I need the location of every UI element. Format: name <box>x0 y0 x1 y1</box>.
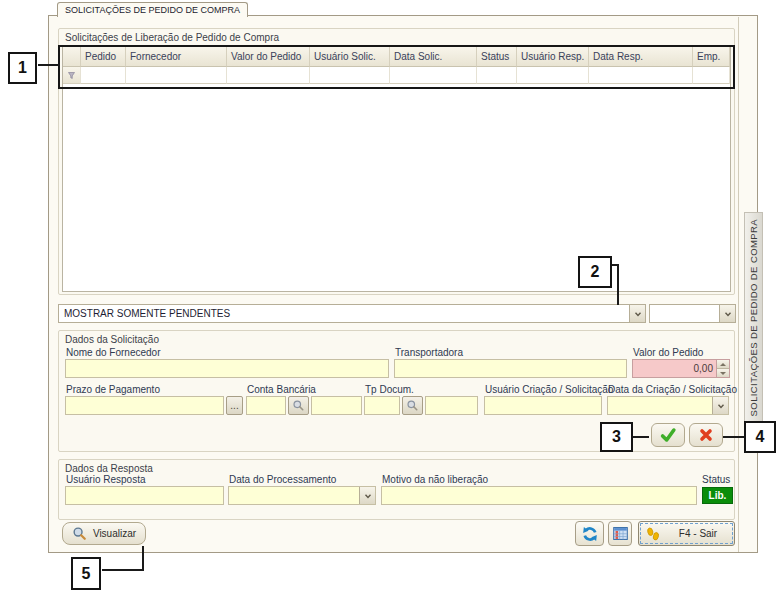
visualize-label: Visualizar <box>93 528 136 539</box>
grid-col-status[interactable]: Status <box>477 47 517 67</box>
creation-date-combobox[interactable] <box>607 396 729 415</box>
order-value-label: Valor do Pedido <box>633 347 703 358</box>
grid-col-fornecedor[interactable]: Fornecedor <box>126 47 227 67</box>
pending-filter-dropdown-button[interactable] <box>629 305 645 322</box>
doc-type-name-input[interactable] <box>425 396 478 415</box>
funnel-icon <box>67 71 76 80</box>
chevron-down-icon <box>716 401 726 411</box>
supplier-input[interactable] <box>65 359 389 378</box>
grid-filter-gutter[interactable] <box>63 67 81 84</box>
payment-term-label: Prazo de Pagamento <box>66 384 160 395</box>
grid-col-emp[interactable]: Emp. <box>693 47 730 67</box>
rejection-reason-label: Motivo da não liberação <box>382 474 488 485</box>
grid-filter-row <box>63 67 730 84</box>
supplier-label: Nome do Fornecedor <box>66 347 161 358</box>
status-badge: Lib. <box>702 487 733 504</box>
visualize-button[interactable]: Visualizar <box>62 522 146 545</box>
creation-user-label: Usuário Criação / Solicitação <box>485 384 613 395</box>
chevron-down-icon <box>723 309 733 319</box>
payment-term-lookup-button[interactable]: ... <box>226 396 243 415</box>
filter-cell-pedido[interactable] <box>81 67 126 84</box>
tab-solicitacoes-pedido-compra[interactable]: SOLICITAÇÕES DE PEDIDO DE COMPRA <box>57 2 248 17</box>
rejection-reason-input[interactable] <box>381 486 697 505</box>
request-groupbox: Dados da Solicitação Nome do Fornecedor … <box>58 330 735 452</box>
grid-icon <box>612 525 629 542</box>
bank-account-search-button[interactable] <box>288 396 309 415</box>
grid-groupbox: Solicitações de Liberação de Pedido de C… <box>58 28 735 295</box>
arrow-down-icon <box>720 372 726 375</box>
filter-cell-emp[interactable] <box>693 67 730 84</box>
check-icon <box>659 426 677 444</box>
doc-type-code-input[interactable] <box>364 396 400 415</box>
approve-button[interactable] <box>651 423 685 447</box>
grid-col-pedido[interactable]: Pedido <box>81 47 126 67</box>
processing-date-combobox[interactable] <box>228 486 376 505</box>
magnifier-icon <box>72 526 87 541</box>
magnifier-icon <box>292 399 305 412</box>
side-tab-solicitacoes-pedido-compra[interactable]: SOLICITAÇÕES DE PEDIDO DE COMPRA <box>744 212 763 424</box>
order-value-spinner <box>716 360 729 377</box>
callout-1: 1 <box>8 52 37 84</box>
grid-view-button[interactable] <box>608 521 632 546</box>
processing-date-dropdown-button[interactable] <box>359 487 375 504</box>
filter-cell-fornecedor[interactable] <box>126 67 227 84</box>
bank-account-code-input[interactable] <box>246 396 286 415</box>
refresh-button[interactable] <box>575 521 604 546</box>
filter-cell-valor[interactable] <box>227 67 310 84</box>
order-value-input[interactable]: 0,00 <box>632 359 730 378</box>
callout-2: 2 <box>578 256 612 288</box>
filter-cell-usuario-solic[interactable] <box>310 67 390 84</box>
x-icon <box>698 427 714 443</box>
grid-col-data-solic[interactable]: Data Solic. <box>390 47 477 67</box>
arrow-up-icon <box>720 363 726 366</box>
filter-cell-data-resp[interactable] <box>589 67 693 84</box>
spin-up-button[interactable] <box>717 360 729 369</box>
creation-date-label: Data da Criação / Solicitação <box>608 384 737 395</box>
response-user-label: Usuário Resposta <box>66 474 145 485</box>
bank-account-label: Conta Bancária <box>247 384 316 395</box>
creation-date-dropdown-button[interactable] <box>712 397 728 414</box>
processing-date-label: Data do Processamento <box>229 474 336 485</box>
orders-grid: Pedido Fornecedor Valor do Pedido Usuári… <box>62 46 731 292</box>
chevron-down-icon <box>633 309 643 319</box>
grid-gutter-header <box>63 47 81 67</box>
response-user-input[interactable] <box>65 486 224 505</box>
callout-4: 4 <box>744 421 776 453</box>
footprints-icon <box>644 525 662 543</box>
grid-col-data-resp[interactable]: Data Resp. <box>589 47 693 67</box>
callout-5: 5 <box>71 557 101 590</box>
payment-term-input[interactable] <box>65 396 224 415</box>
pending-filter-value: MOSTRAR SOMENTE PENDENTES <box>59 308 629 319</box>
doc-type-label: Tp Docum. <box>365 384 414 395</box>
order-value-text: 0,00 <box>633 363 716 374</box>
pending-filter-combobox[interactable]: MOSTRAR SOMENTE PENDENTES <box>58 304 646 323</box>
tab-label: SOLICITAÇÕES DE PEDIDO DE COMPRA <box>65 5 240 15</box>
ellipsis-icon: ... <box>230 400 238 411</box>
carrier-label: Transportadora <box>395 347 463 358</box>
filter-cell-data-solic[interactable] <box>390 67 477 84</box>
company-filter-combobox[interactable] <box>649 304 736 323</box>
grid-header-row: Pedido Fornecedor Valor do Pedido Usuári… <box>63 47 730 67</box>
status-label: Status <box>702 474 730 485</box>
response-group-title: Dados da Resposta <box>65 463 153 474</box>
filter-cell-status[interactable] <box>477 67 517 84</box>
bank-account-name-input[interactable] <box>311 396 362 415</box>
filter-cell-usuario-resp[interactable] <box>517 67 589 84</box>
chevron-down-icon <box>363 491 373 501</box>
refresh-icon <box>581 525 599 543</box>
grid-col-usuario-resp[interactable]: Usuário Resp. <box>517 47 589 67</box>
response-groupbox: Dados da Resposta Usuário Resposta Data … <box>58 459 735 520</box>
grid-group-title: Solicitações de Liberação de Pedido de C… <box>65 32 279 43</box>
grid-col-usuario-solic[interactable]: Usuário Solic. <box>310 47 390 67</box>
exit-button[interactable]: F4 - Sair <box>638 521 735 546</box>
exit-label: F4 - Sair <box>662 528 734 539</box>
creation-user-input[interactable] <box>484 396 602 415</box>
callout-3: 3 <box>600 422 633 452</box>
spin-down-button[interactable] <box>717 369 729 377</box>
company-filter-dropdown-button[interactable] <box>719 305 735 322</box>
window-inner-divider <box>738 17 739 552</box>
reject-button[interactable] <box>689 423 723 447</box>
doc-type-search-button[interactable] <box>402 396 423 415</box>
grid-col-valor-pedido[interactable]: Valor do Pedido <box>227 47 310 67</box>
carrier-input[interactable] <box>394 359 627 378</box>
